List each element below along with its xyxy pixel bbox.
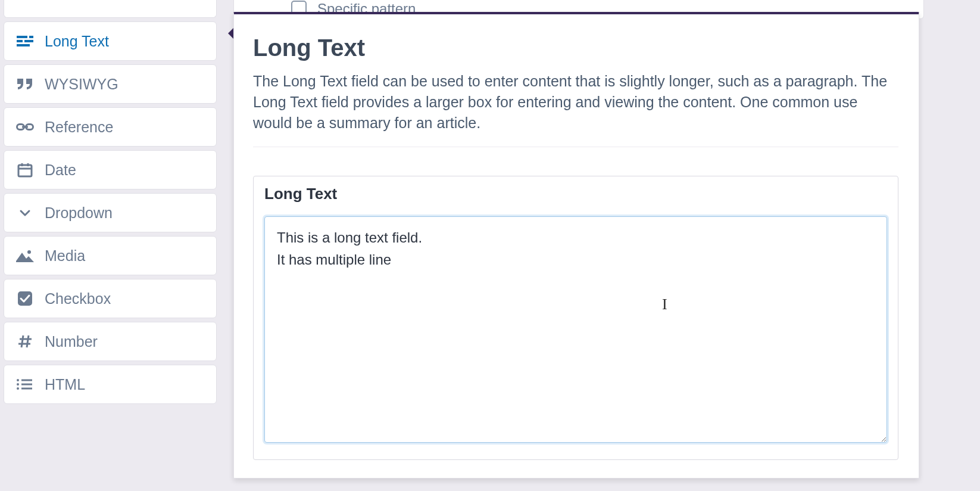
sidebar-item-long-text[interactable]: Long Text — [4, 21, 217, 61]
svg-line-17 — [21, 335, 23, 347]
panel-description: The Long Text field can be used to enter… — [253, 71, 898, 147]
sidebar-item-media[interactable]: Media — [4, 236, 217, 275]
svg-point-12 — [27, 250, 31, 254]
svg-marker-13 — [16, 253, 34, 262]
field-type-sidebar: Long Text WYSIWYG Reference — [4, 0, 217, 404]
svg-rect-8 — [18, 165, 32, 176]
list-icon — [16, 378, 34, 391]
sidebar-item-html[interactable]: HTML — [4, 365, 217, 404]
sidebar-item-reference[interactable]: Reference — [4, 107, 217, 147]
sidebar-item-date[interactable]: Date — [4, 150, 217, 189]
long-text-icon — [16, 35, 34, 48]
svg-rect-3 — [24, 40, 33, 42]
sidebar-item-label: Checkbox — [45, 290, 111, 307]
long-text-field-box: Long Text — [253, 176, 898, 460]
sidebar-item-number[interactable]: Number — [4, 322, 217, 361]
field-config-panel: Long Text The Long Text field can be use… — [233, 12, 919, 478]
long-text-input[interactable] — [264, 216, 887, 443]
checkbox-icon — [16, 291, 34, 306]
link-icon — [16, 120, 34, 133]
sidebar-item-label: Date — [45, 161, 76, 179]
calendar-icon — [16, 162, 34, 178]
sidebar-item-partial[interactable] — [4, 0, 217, 18]
sidebar-item-label: HTML — [45, 376, 85, 393]
svg-line-18 — [27, 335, 29, 347]
image-icon — [16, 249, 34, 262]
sidebar-item-label: Number — [45, 333, 98, 350]
sidebar-item-label: Media — [45, 247, 85, 265]
quote-icon — [16, 77, 34, 91]
svg-rect-1 — [29, 36, 33, 38]
sidebar-item-wysiwyg[interactable]: WYSIWYG — [4, 64, 217, 104]
svg-rect-0 — [17, 36, 27, 38]
chevron-down-icon — [16, 206, 34, 220]
sidebar-item-label: Dropdown — [45, 204, 113, 222]
hash-icon — [16, 334, 34, 349]
field-label: Long Text — [264, 185, 887, 203]
sidebar-item-label: Long Text — [45, 33, 109, 50]
sidebar-item-dropdown[interactable]: Dropdown — [4, 193, 217, 232]
sidebar-item-checkbox[interactable]: Checkbox — [4, 279, 217, 318]
sidebar-item-label: WYSIWYG — [45, 76, 118, 93]
svg-rect-4 — [17, 44, 30, 46]
panel-title: Long Text — [253, 35, 898, 61]
svg-rect-2 — [17, 40, 23, 42]
sidebar-item-label: Reference — [45, 119, 113, 136]
